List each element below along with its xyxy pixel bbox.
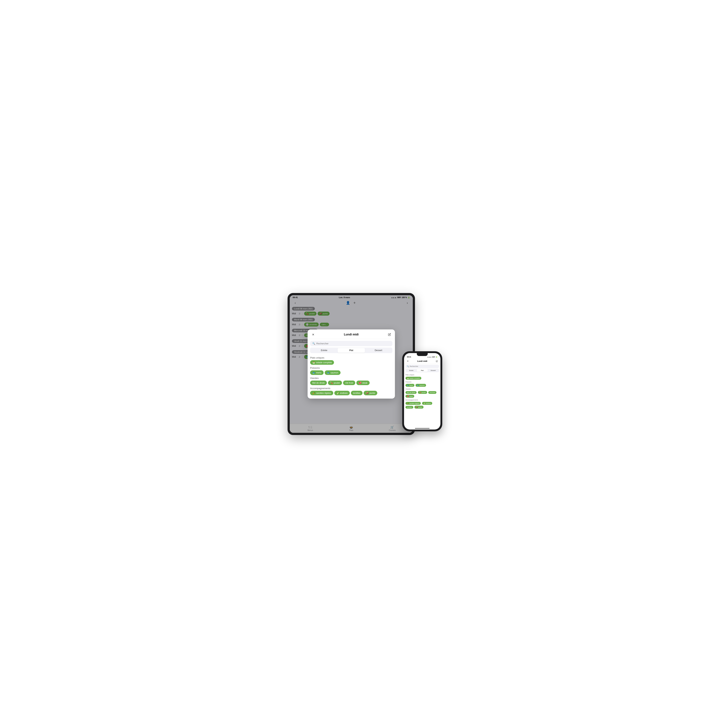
food-tag-merlu[interactable]: 🐟merlu [310, 370, 324, 375]
food-tag-roti-froid[interactable]: rôti froid [343, 381, 355, 385]
tablet-device: 09:41 Lun. 8 mars ▲▲▲ WiFi 100 % 🔋 ‹ 👤 +… [288, 293, 415, 435]
food-tag-salade-complete[interactable]: 🥗salade complète [310, 360, 334, 365]
phone-search-input[interactable] [410, 366, 437, 367]
food-tag-poulet[interactable]: 🍗poulet [328, 381, 342, 385]
tablet-modal: ✕ Lundi midi 🔍 [307, 329, 395, 399]
food-tag-carottes[interactable]: 🥕carottes râpées [310, 391, 333, 395]
food-tag-filet-dinde[interactable]: filet de dinde [310, 381, 327, 385]
category-plats-uniques: Plats uniques [310, 356, 392, 359]
phone-close-button[interactable]: ✕ [406, 359, 410, 363]
phone-tags-accompagnements: 🥕carottes râpées 🥬endives lentilles 🥔pur… [405, 401, 439, 409]
phone-tag-saumon[interactable]: 🐟saumon [416, 384, 426, 387]
phone-tag-endives[interactable]: 🥬endives [422, 402, 433, 405]
phone-tag-carottes[interactable]: 🥕carottes râpées [405, 402, 421, 405]
phone-cat-viandes: Viandes [405, 388, 439, 390]
phone-tags-viandes: filet de dinde 🍗poulet rôti froid 🥩steak [405, 390, 439, 398]
phone-modal-title: Lundi midi [410, 360, 435, 362]
phone-notch [417, 353, 428, 356]
phone-signal-icon: ▲▲▲ [427, 356, 431, 358]
phone-cat-accompagnements: Accompagnements [405, 399, 439, 401]
food-tag-steak[interactable]: 🥩steak [356, 381, 370, 385]
food-tag-lentilles[interactable]: lentilles [351, 391, 362, 395]
phone-cat-plats-uniques: Plats uniques [405, 374, 439, 376]
phone-tags-poissons: 🐟merlu 🐟saumon [405, 383, 439, 387]
phone-battery-icon: 🔋 [436, 356, 437, 358]
category-accompagnements: Accompagnements [310, 387, 392, 390]
phone-device: 09:41 ▲▲▲ WiFi 🔋 ✕ Lundi midi [402, 351, 442, 431]
tab-dessert[interactable]: Dessert [365, 348, 392, 353]
home-bar [415, 428, 430, 428]
search-input[interactable] [316, 342, 390, 345]
phone-wifi-icon: WiFi [432, 356, 435, 358]
phone-tag-merlu[interactable]: 🐟merlu [405, 384, 414, 387]
phone-tag-salade[interactable]: 🥗salade complète [405, 377, 421, 380]
modal-body: Plats uniques 🥗salade complète Poissons … [307, 355, 395, 399]
modal-search-bar[interactable]: 🔍 [310, 341, 392, 346]
tablet-modal-overlay: ✕ Lundi midi 🔍 [290, 295, 413, 433]
phone-tags-plats-uniques: 🥗salade complète [405, 376, 439, 380]
modal-title: Lundi midi [316, 333, 387, 336]
phone-search-bar[interactable]: 🔍 [405, 365, 439, 368]
food-tags-poissons: 🐟merlu 🐟saumon [310, 370, 392, 375]
food-tag-endives[interactable]: 🥬endives [334, 391, 350, 395]
phone-time: 09:41 [407, 355, 411, 358]
phone-status-right: ▲▲▲ WiFi 🔋 [427, 355, 437, 358]
modal-header: ✕ Lundi midi [307, 329, 395, 339]
phone-tab-dessert[interactable]: Dessert [428, 369, 439, 372]
phone-edit-button[interactable] [435, 359, 439, 363]
phone-tag-lentilles[interactable]: lentilles [405, 406, 413, 408]
tab-entree[interactable]: Entrée [310, 348, 338, 353]
tablet-screen: 09:41 Lun. 8 mars ▲▲▲ WiFi 100 % 🔋 ‹ 👤 +… [290, 295, 413, 433]
food-tag-puree[interactable]: 🥔purée [364, 391, 377, 395]
phone-tag-steak[interactable]: 🥩steak [405, 395, 414, 398]
food-tags-viandes: filet de dinde 🍗poulet rôti froid 🥩steak [310, 381, 392, 385]
phone-screen: 09:41 ▲▲▲ WiFi 🔋 ✕ Lundi midi [404, 353, 440, 430]
modal-close-button[interactable]: ✕ [310, 332, 316, 337]
phone-tag-puree[interactable]: 🥔purée [414, 406, 423, 408]
phone-tab-entree[interactable]: Entrée [406, 369, 417, 372]
phone-cat-poissons: Poissons [405, 381, 439, 383]
food-tags-plats-uniques: 🥗salade complète [310, 360, 392, 365]
modal-edit-button[interactable] [387, 332, 392, 337]
phone-tag-filet[interactable]: filet de dinde [405, 391, 417, 394]
phone-tag-poulet[interactable]: 🍗poulet [418, 391, 427, 394]
tab-plat[interactable]: Plat [338, 348, 365, 353]
phone-body: Plats uniques 🥗salade complète Poissons … [404, 373, 440, 427]
phone-tabs: Entrée Plat Dessert [405, 369, 439, 372]
search-icon: 🔍 [312, 342, 315, 345]
phone-search-icon: 🔍 [407, 366, 409, 367]
food-tag-saumon[interactable]: 🐟saumon [325, 370, 341, 375]
phone-tag-roti[interactable]: rôti froid [428, 391, 436, 394]
phone-home-indicator [404, 427, 440, 430]
phone-modal-header: ✕ Lundi midi [404, 358, 440, 364]
scene: 09:41 Lun. 8 mars ▲▲▲ WiFi 100 % 🔋 ‹ 👤 +… [282, 282, 446, 446]
food-tags-accompagnements: 🥕carottes râpées 🥬endives lentilles 🥔pur… [310, 391, 392, 395]
modal-tabs: Entrée Plat Dessert [310, 348, 392, 353]
category-viandes: Viandes [310, 377, 392, 379]
phone-tab-plat[interactable]: Plat [417, 369, 428, 372]
category-poissons: Poissons [310, 367, 392, 369]
